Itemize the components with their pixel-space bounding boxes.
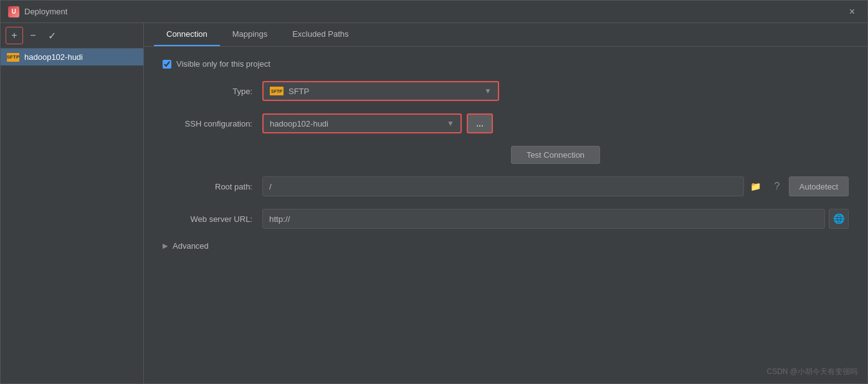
type-row: Type: SFTP SFTP ▼ — [163, 81, 849, 101]
visible-only-row: Visible only for this project — [163, 59, 849, 69]
watermark-text: CSDN @小胡今天有变强吗 — [766, 367, 857, 377]
ssh-dropdown-arrow-icon: ▼ — [447, 119, 454, 128]
dialog-body: + − ✓ SFTP hadoop102-hudi Connection Map… — [1, 23, 867, 383]
web-server-label: Web server URL: — [163, 214, 262, 224]
web-server-url-row: Web server URL: 🌐 — [163, 209, 849, 229]
visible-only-checkbox[interactable] — [163, 60, 171, 69]
title-bar: U Deployment × — [1, 1, 867, 23]
test-connection-row: Test Connection — [262, 146, 849, 164]
server-item-label: hadoop102-hudi — [24, 52, 83, 62]
autodetect-button[interactable]: Autodetect — [789, 176, 849, 196]
window-title: Deployment — [24, 7, 67, 16]
tab-excluded-paths[interactable]: Excluded Paths — [280, 23, 361, 46]
server-item[interactable]: SFTP hadoop102-hudi — [1, 49, 143, 65]
app-icon: U — [8, 6, 19, 17]
remove-server-button[interactable]: − — [24, 27, 42, 44]
tab-mappings[interactable]: Mappings — [220, 23, 280, 46]
title-bar-left: U Deployment — [8, 6, 67, 17]
deployment-dialog: U Deployment × + − ✓ SFTP hadoop102-hudi… — [0, 0, 868, 384]
help-button[interactable]: ? — [768, 177, 786, 196]
ssh-config-label: SSH configuration: — [163, 119, 262, 128]
open-browser-button[interactable]: 🌐 — [829, 209, 849, 229]
tabs: Connection Mappings Excluded Paths — [144, 23, 867, 47]
ssh-config-dropdown[interactable]: hadoop102-hudi ▼ — [262, 113, 462, 133]
dropdown-arrow-icon: ▼ — [484, 87, 492, 95]
tab-connection[interactable]: Connection — [154, 23, 220, 46]
type-dropdown[interactable]: SFTP SFTP ▼ — [262, 81, 499, 101]
confirm-button[interactable]: ✓ — [43, 27, 60, 44]
advanced-label: Advanced — [173, 241, 209, 251]
sidebar-toolbar: + − ✓ — [1, 23, 143, 49]
test-connection-button[interactable]: Test Connection — [511, 146, 600, 164]
root-path-label: Root path: — [163, 182, 262, 191]
sftp-icon: SFTP — [270, 87, 284, 95]
advanced-chevron-icon: ▶ — [163, 242, 168, 250]
ssh-config-edit-button[interactable]: ... — [467, 113, 493, 133]
sidebar: + − ✓ SFTP hadoop102-hudi — [1, 23, 144, 383]
type-label: Type: — [163, 87, 262, 96]
web-server-url-input[interactable] — [262, 209, 825, 229]
root-path-row: Root path: 📁 ? Autodetect — [163, 176, 849, 196]
visible-only-label: Visible only for this project — [176, 59, 270, 69]
server-type-icon: SFTP — [7, 53, 19, 62]
close-button[interactable]: × — [844, 4, 860, 20]
ssh-config-row: SSH configuration: hadoop102-hudi ▼ ... — [163, 113, 849, 133]
content-panel: Visible only for this project Type: SFTP… — [144, 47, 867, 383]
add-server-button[interactable]: + — [6, 27, 23, 44]
advanced-section[interactable]: ▶ Advanced — [163, 241, 849, 251]
root-path-input[interactable] — [262, 176, 744, 196]
main-panel: Connection Mappings Excluded Paths Visib… — [144, 23, 867, 383]
browse-folder-button[interactable]: 📁 — [746, 177, 765, 196]
